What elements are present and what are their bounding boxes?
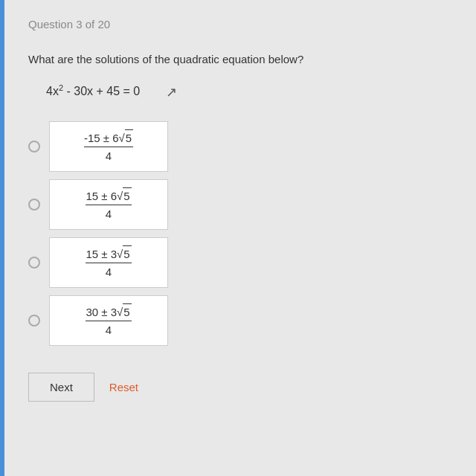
button-row: Next Reset — [28, 373, 452, 402]
fraction-b-den: 4 — [106, 207, 112, 222]
reset-button[interactable]: Reset — [109, 381, 138, 393]
main-content: Question 3 of 20 What are the solutions … — [4, 0, 476, 476]
option-a[interactable]: -15 ± 6√5 4 — [28, 121, 452, 172]
next-button[interactable]: Next — [28, 373, 94, 402]
options-list: -15 ± 6√5 4 15 ± 6√5 4 — [28, 121, 452, 346]
option-box-d[interactable]: 30 ± 3√5 4 — [49, 295, 168, 346]
question-progress: Question 3 of 20 — [28, 18, 452, 30]
sqrt-c: √5 — [117, 245, 132, 262]
sqrt-a: √5 — [119, 129, 134, 146]
option-c[interactable]: 15 ± 3√5 4 — [28, 237, 452, 288]
sqrt-d: √5 — [117, 303, 132, 320]
option-box-a[interactable]: -15 ± 6√5 4 — [49, 121, 168, 172]
fraction-b: 15 ± 6√5 4 — [86, 187, 131, 222]
fraction-a-den: 4 — [106, 149, 112, 164]
fraction-a-num: -15 ± 6√5 — [84, 129, 133, 148]
question-text: What are the solutions of the quadratic … — [28, 51, 452, 68]
option-d[interactable]: 30 ± 3√5 4 — [28, 295, 452, 346]
option-box-c[interactable]: 15 ± 3√5 4 — [49, 237, 168, 288]
fraction-d-den: 4 — [106, 323, 112, 338]
fraction-d-num: 30 ± 3√5 — [86, 303, 131, 322]
fraction-c: 15 ± 3√5 4 — [86, 245, 131, 280]
fraction-b-num: 15 ± 6√5 — [86, 187, 131, 206]
radio-a[interactable] — [28, 141, 40, 152]
fraction-c-num: 15 ± 3√5 — [86, 245, 131, 264]
option-box-b[interactable]: 15 ± 6√5 4 — [49, 179, 168, 230]
fraction-c-den: 4 — [106, 265, 112, 280]
radio-b[interactable] — [28, 199, 40, 210]
fraction-d: 30 ± 3√5 4 — [86, 303, 131, 338]
cursor-icon: ↗ — [166, 84, 177, 100]
sqrt-b: √5 — [117, 187, 132, 204]
radio-d[interactable] — [28, 315, 40, 327]
equation-display: 4x2 - 30x + 45 = 0 ↗ — [46, 83, 452, 100]
option-b[interactable]: 15 ± 6√5 4 — [28, 179, 452, 230]
fraction-a: -15 ± 6√5 4 — [84, 129, 133, 164]
radio-c[interactable] — [28, 257, 40, 268]
